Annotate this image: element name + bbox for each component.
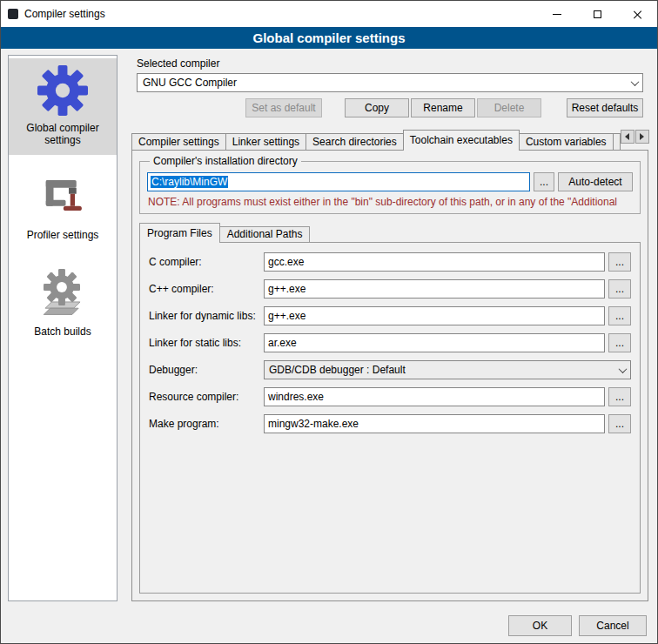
maximize-icon	[594, 10, 601, 18]
tab-program-files[interactable]: Program Files	[139, 223, 220, 243]
bin-subdirectory-note: NOTE: All programs must exist either in …	[148, 196, 632, 208]
sidebar-item-label: Profiler settings	[27, 229, 99, 241]
linker-dynamic-input[interactable]	[264, 306, 605, 325]
copy-button[interactable]: Copy	[345, 98, 409, 117]
program-files-panel: C compiler: ... C++ compiler: ... Linker…	[139, 242, 641, 594]
tab-build-options[interactable]: Buil	[613, 133, 621, 151]
tab-toolchain-executables[interactable]: Toolchain executables	[403, 130, 520, 151]
sidebar-item-label: Global compiler settings	[10, 122, 115, 146]
resource-compiler-input[interactable]	[264, 387, 605, 406]
reset-defaults-button[interactable]: Reset defaults	[567, 98, 643, 117]
installation-directory-value: C:\raylib\MinGW	[151, 176, 228, 188]
linker-dynamic-label: Linker for dynamic libs:	[149, 310, 264, 322]
toolchain-executables-page: Compiler's installation directory C:\ray…	[131, 150, 648, 601]
field-row-cpp-compiler: C++ compiler: ...	[149, 279, 631, 299]
sidebar-item-profiler-settings[interactable]: Profiler settings	[9, 167, 117, 250]
rename-button[interactable]: Rename	[411, 98, 475, 117]
selected-compiler-value: GNU GCC Compiler	[138, 77, 628, 89]
sidebar-item-label: Batch builds	[34, 325, 91, 338]
window-controls	[537, 1, 657, 27]
resource-compiler-browse-button[interactable]: ...	[608, 387, 631, 406]
gray-gears-icon	[37, 269, 88, 319]
arrow-left-icon	[625, 133, 629, 140]
cpp-compiler-label: C++ compiler:	[149, 283, 264, 295]
gear-icon	[37, 65, 88, 116]
make-program-browse-button[interactable]: ...	[608, 414, 631, 433]
tab-custom-variables[interactable]: Custom variables	[519, 133, 614, 151]
c-compiler-browse-button[interactable]: ...	[608, 252, 631, 272]
chevron-down-icon	[628, 74, 642, 91]
window-title: Compiler settings	[24, 8, 105, 20]
tab-scroll-left-button[interactable]	[621, 130, 634, 144]
tab-search-directories[interactable]: Search directories	[306, 133, 404, 151]
field-row-debugger: Debugger: GDB/CDB debugger : Default	[149, 360, 631, 379]
field-row-make-program: Make program: ...	[149, 414, 631, 433]
tab-scroll-right-button[interactable]	[635, 130, 649, 144]
linker-dynamic-browse-button[interactable]: ...	[608, 306, 631, 325]
sidebar-item-batch-builds[interactable]: Batch builds	[9, 262, 117, 346]
arrow-right-icon	[640, 133, 644, 140]
field-row-linker-static: Linker for static libs: ...	[149, 333, 631, 352]
minimize-button[interactable]	[537, 1, 577, 27]
titlebar: Compiler settings	[1, 1, 657, 27]
make-program-label: Make program:	[149, 418, 264, 430]
cpp-compiler-browse-button[interactable]: ...	[608, 279, 631, 299]
tab-scroll-arrows	[621, 130, 649, 144]
linker-static-label: Linker for static libs:	[149, 337, 264, 349]
installation-directory-group: Compiler's installation directory C:\ray…	[139, 155, 641, 214]
set-as-default-button: Set as default	[245, 98, 322, 117]
cpp-compiler-input[interactable]	[264, 279, 605, 299]
auto-detect-button[interactable]: Auto-detect	[558, 172, 633, 191]
debugger-value: GDB/CDB debugger : Default	[265, 364, 615, 376]
compiler-settings-window: Compiler settings Global compiler settin…	[0, 0, 658, 644]
chevron-down-icon	[615, 361, 630, 379]
resource-compiler-label: Resource compiler:	[149, 391, 264, 403]
make-program-input[interactable]	[264, 414, 605, 433]
profiler-tool-icon	[38, 174, 87, 223]
app-icon	[8, 9, 18, 19]
ok-button[interactable]: OK	[508, 615, 572, 636]
field-row-resource-compiler: Resource compiler: ...	[149, 387, 631, 406]
linker-static-input[interactable]	[264, 333, 605, 352]
dialog-header: Global compiler settings	[1, 27, 657, 49]
debugger-select[interactable]: GDB/CDB debugger : Default	[264, 360, 631, 379]
installation-directory-label: Compiler's installation directory	[150, 155, 301, 167]
maximize-button[interactable]	[577, 1, 617, 27]
installation-directory-browse-button[interactable]: ...	[534, 172, 554, 191]
c-compiler-label: C compiler:	[149, 256, 264, 268]
linker-static-browse-button[interactable]: ...	[608, 333, 631, 352]
close-icon	[633, 10, 642, 19]
debugger-label: Debugger:	[149, 364, 264, 376]
installation-directory-input[interactable]: C:\raylib\MinGW	[147, 172, 530, 191]
program-files-tab-strip: Program Files Additional Paths	[139, 223, 648, 243]
settings-category-sidebar: Global compiler settings Profiler settin…	[8, 55, 118, 601]
tab-additional-paths[interactable]: Additional Paths	[219, 226, 311, 243]
selected-compiler-dropdown[interactable]: GNU GCC Compiler	[137, 73, 643, 92]
cancel-button[interactable]: Cancel	[579, 615, 647, 636]
sidebar-item-global-compiler-settings[interactable]: Global compiler settings	[9, 58, 117, 155]
tab-compiler-settings[interactable]: Compiler settings	[131, 133, 226, 151]
field-row-linker-dynamic: Linker for dynamic libs: ...	[149, 306, 631, 325]
delete-button: Delete	[477, 98, 541, 117]
c-compiler-input[interactable]	[264, 252, 605, 272]
field-row-c-compiler: C compiler: ...	[149, 252, 631, 272]
compiler-tab-strip: Compiler settings Linker settings Search…	[131, 130, 648, 151]
close-button[interactable]	[617, 1, 657, 27]
minimize-icon	[553, 14, 561, 15]
tab-linker-settings[interactable]: Linker settings	[225, 133, 306, 151]
selected-compiler-label: Selected compiler	[137, 57, 219, 70]
main-panel: Selected compiler GNU GCC Compiler Set a…	[128, 55, 652, 605]
